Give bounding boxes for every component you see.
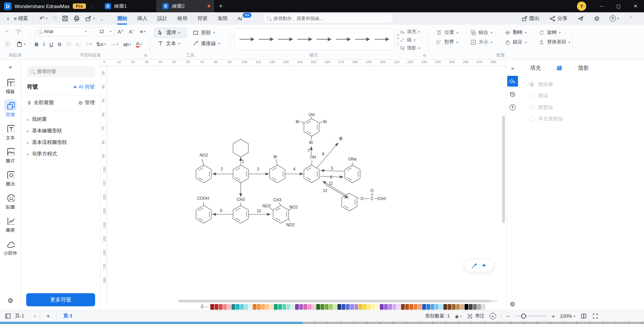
back-button[interactable]: ‹ bbox=[5, 13, 12, 23]
color-swatch[interactable] bbox=[333, 304, 337, 310]
arrange-鎖定-button[interactable]: 鎖定▾ bbox=[505, 39, 529, 45]
font-tool-button[interactable]: X² bbox=[66, 42, 71, 47]
color-swatch[interactable] bbox=[215, 304, 218, 310]
color-swatch[interactable] bbox=[304, 304, 307, 310]
color-swatch[interactable] bbox=[388, 304, 392, 310]
manage-button[interactable]: ⚙ 管理 bbox=[78, 99, 95, 106]
color-swatch[interactable] bbox=[287, 304, 290, 310]
color-swatch[interactable] bbox=[426, 304, 430, 310]
action-search[interactable] bbox=[263, 13, 394, 23]
ribbon-填充-button[interactable]: 填充▾ bbox=[400, 28, 429, 35]
arrange-對齊-button[interactable]: 對齊▾ bbox=[436, 39, 460, 45]
vertical-scrollbar[interactable] bbox=[502, 115, 505, 223]
color-swatch[interactable] bbox=[469, 304, 473, 310]
paste-button[interactable]: ▾ bbox=[16, 41, 25, 48]
font-tool-button[interactable]: S bbox=[58, 42, 61, 47]
color-swatch[interactable] bbox=[401, 304, 405, 310]
presentation-play-button[interactable]: ▸ bbox=[490, 313, 496, 319]
color-swatch[interactable] bbox=[456, 304, 460, 310]
font-family-select[interactable]: Arial ▾ bbox=[35, 27, 90, 36]
arrange-替換形狀-button[interactable]: 替換形狀▾ bbox=[538, 39, 572, 45]
line-option-無線條[interactable]: 無線條 bbox=[529, 78, 644, 90]
font-tool-button[interactable]: ab▾ bbox=[123, 42, 131, 47]
redo-button[interactable]: ↷ bbox=[50, 13, 59, 23]
menu-tab-檢視[interactable]: 檢視 bbox=[177, 12, 187, 25]
symbol-category[interactable]: ▸基本流程圖形狀 bbox=[27, 137, 95, 148]
focus-mode-button[interactable]: 專注 bbox=[467, 313, 485, 319]
color-swatch[interactable] bbox=[210, 304, 214, 310]
tool-選擇[interactable]: 選擇▾ bbox=[154, 28, 187, 38]
color-swatch[interactable] bbox=[320, 304, 324, 310]
magic-wand-button[interactable] bbox=[471, 262, 478, 269]
tool-連接線[interactable]: 連接線▾ bbox=[189, 38, 227, 48]
color-swatch[interactable] bbox=[329, 304, 333, 310]
color-swatch[interactable] bbox=[371, 304, 375, 310]
color-swatch[interactable] bbox=[448, 304, 451, 310]
color-swatch[interactable] bbox=[308, 304, 312, 310]
theme-color-button[interactable]: ▾ bbox=[200, 304, 207, 309]
zoom-in-button[interactable]: + bbox=[552, 313, 555, 319]
format-painter-button[interactable] bbox=[15, 28, 22, 35]
more-symbols-button[interactable]: 更多符號 bbox=[26, 293, 95, 306]
sidebar-item-貼圖[interactable]: 貼圖 bbox=[4, 192, 17, 210]
settings-button[interactable]: ⚙ bbox=[592, 13, 602, 23]
menu-tab-符號[interactable]: 符號 bbox=[197, 12, 207, 25]
color-swatch[interactable] bbox=[346, 304, 350, 310]
zoom-slider[interactable] bbox=[515, 316, 547, 317]
color-swatch[interactable] bbox=[363, 304, 367, 310]
color-swatch[interactable] bbox=[359, 304, 362, 310]
font-tool-button[interactable]: A⁻ bbox=[129, 28, 135, 35]
file-menu-button[interactable]: ≡ 檔案 bbox=[12, 13, 31, 23]
font-tool-button[interactable]: ⇅≡▾ bbox=[96, 41, 106, 47]
cut-button[interactable]: ✂ bbox=[5, 28, 10, 35]
export-button[interactable]: 匯出 bbox=[519, 13, 542, 23]
color-swatch[interactable] bbox=[397, 304, 401, 310]
color-swatch[interactable] bbox=[384, 304, 388, 310]
color-swatch[interactable] bbox=[261, 304, 265, 310]
page-select-dropdown[interactable]: 頁-1▾ bbox=[15, 313, 36, 319]
arrow-style-option[interactable] bbox=[335, 36, 352, 43]
color-swatch[interactable] bbox=[227, 304, 231, 310]
font-dialog-launcher[interactable]: ⧉ bbox=[144, 53, 147, 58]
color-swatch[interactable] bbox=[414, 304, 418, 310]
arrow-style-option[interactable] bbox=[354, 36, 371, 43]
color-swatch[interactable] bbox=[439, 304, 443, 310]
color-swatch[interactable] bbox=[312, 304, 316, 310]
style-dialog-launcher[interactable]: ⧉ bbox=[423, 53, 426, 58]
color-swatch[interactable] bbox=[270, 304, 273, 310]
new-tab-button[interactable]: + bbox=[219, 2, 223, 10]
save-button[interactable] bbox=[59, 13, 71, 23]
color-swatch[interactable] bbox=[274, 304, 278, 310]
menu-tab-設計[interactable]: 設計 bbox=[157, 12, 167, 25]
color-swatch[interactable] bbox=[481, 304, 485, 310]
color-swatch[interactable] bbox=[443, 304, 447, 310]
font-tool-button[interactable]: B bbox=[35, 42, 39, 47]
color-swatch[interactable] bbox=[240, 304, 244, 310]
arrange-翻轉-button[interactable]: 翻轉▾ bbox=[505, 29, 529, 36]
color-swatch[interactable] bbox=[244, 304, 248, 310]
line-option-實線[interactable]: 實線 bbox=[529, 90, 644, 102]
font-tool-button[interactable]: I bbox=[43, 41, 45, 47]
action-search-input[interactable] bbox=[273, 16, 389, 21]
color-swatch[interactable] bbox=[265, 304, 269, 310]
arrow-style-option[interactable] bbox=[258, 36, 275, 43]
color-swatch[interactable] bbox=[248, 304, 252, 310]
arrow-style-option[interactable] bbox=[238, 36, 255, 43]
tool-文本[interactable]: 文本▾ bbox=[154, 38, 187, 48]
color-swatch[interactable] bbox=[253, 304, 257, 310]
font-tool-button[interactable]: ≡▾ bbox=[140, 29, 146, 35]
menu-tab-進階[interactable]: 進階 bbox=[217, 12, 227, 25]
ribbon-陰影-button[interactable]: 陰影▾ bbox=[400, 45, 429, 51]
color-swatch[interactable] bbox=[409, 304, 413, 310]
font-tool-button[interactable]: T▾ bbox=[86, 42, 92, 47]
arrow-style-option[interactable] bbox=[315, 36, 332, 43]
zoom-level-dropdown[interactable]: 100%▾ bbox=[560, 314, 575, 319]
menu-tab-開始[interactable]: 開始 bbox=[117, 12, 127, 25]
arrow-style-option[interactable] bbox=[296, 36, 313, 43]
color-swatch[interactable] bbox=[477, 304, 481, 310]
color-swatch[interactable] bbox=[299, 304, 303, 310]
undo-button[interactable]: ↶▾ bbox=[37, 13, 50, 23]
arrow-style-option[interactable] bbox=[277, 36, 294, 43]
symbol-category[interactable]: ▸化學方程式 bbox=[27, 148, 95, 160]
left-settings-button[interactable]: ⚙ bbox=[7, 297, 13, 305]
